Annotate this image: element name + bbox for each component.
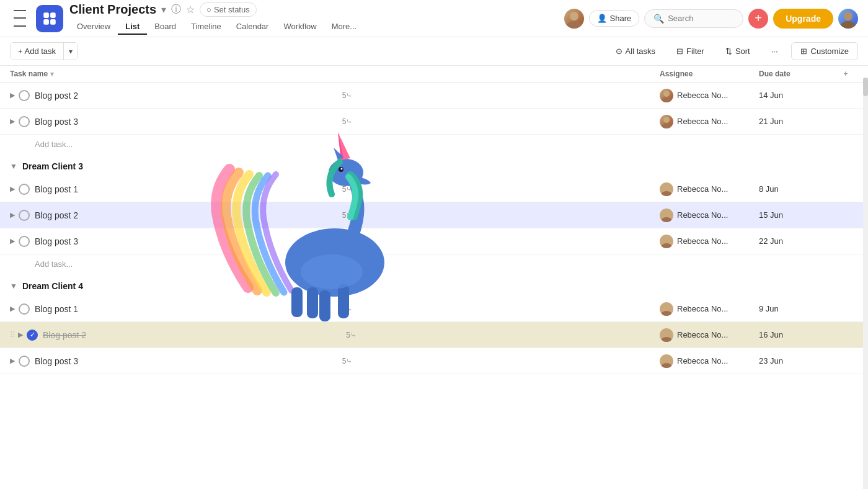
section-dream-client-3: ▼ Dream Client 3: [0, 154, 868, 176]
subtask-icon: ⤷: [346, 91, 352, 100]
tab-timeline[interactable]: Timeline: [184, 19, 229, 35]
set-status-label: Set status: [214, 5, 250, 14]
task-count: 5: [342, 237, 347, 246]
svg-point-12: [663, 184, 670, 191]
set-status-button[interactable]: ○ Set status: [200, 2, 257, 17]
col-assignee: Assignee: [660, 70, 759, 78]
task-checkbox[interactable]: [19, 116, 30, 127]
add-task-dropdown-arrow[interactable]: ▾: [64, 43, 78, 60]
add-task-button[interactable]: + Add task ▾: [10, 42, 78, 60]
due-date: 14 Jun: [759, 91, 833, 100]
task-name: Blog post 1: [35, 304, 342, 314]
expand-icon[interactable]: ▶: [10, 305, 15, 313]
menu-button[interactable]: [10, 9, 30, 29]
toolbar-right: ⊙ All tasks ⊟ Filter ⇅ Sort ··· ⊞ Custom…: [608, 42, 858, 60]
section-collapse-icon[interactable]: ▼: [10, 162, 17, 171]
avatar-main[interactable]: [564, 9, 584, 29]
customize-icon: ⊞: [800, 47, 807, 56]
expand-icon[interactable]: ▶: [10, 211, 15, 219]
sort-button[interactable]: ⇅ Sort: [717, 42, 758, 60]
filter-button[interactable]: ⊟ Filter: [668, 42, 712, 60]
section-collapse-icon[interactable]: ▼: [10, 282, 17, 290]
assignee-avatar: [660, 302, 673, 316]
expand-icon[interactable]: ▶: [10, 91, 15, 99]
scrollbar-thumb[interactable]: [863, 78, 868, 96]
circle-icon: ○: [206, 5, 211, 14]
task-count: 5: [342, 211, 347, 220]
nav-tabs: Overview List Board Timeline Calendar Wo…: [69, 19, 558, 35]
table-row: ▶ Blog post 2 5 ⤷ Rebecca No... 14 Jun: [0, 83, 868, 109]
table-row: ▶ Blog post 1 5 ⤷ Rebecca No... 9 Jun: [0, 296, 868, 322]
expand-icon[interactable]: ▶: [18, 331, 23, 339]
task-name: Blog post 3: [35, 236, 342, 246]
table-row: ▶ Blog post 3 5 ⤷ Rebecca No... 22 Jun: [0, 228, 868, 254]
tab-calendar[interactable]: Calendar: [229, 19, 277, 35]
share-button[interactable]: 👤 Share: [589, 10, 640, 27]
col-task-name: Task name ▾: [10, 70, 660, 78]
assignee-name: Rebecca No...: [677, 236, 728, 246]
sort-icon: ⇅: [725, 47, 732, 56]
col-add[interactable]: +: [833, 70, 858, 78]
assignee-name: Rebecca No...: [677, 184, 728, 194]
all-tasks-icon: ⊙: [616, 47, 622, 56]
svg-point-19: [661, 311, 672, 316]
tab-more[interactable]: More...: [324, 19, 364, 35]
sort-label: Sort: [735, 47, 750, 56]
more-options-button[interactable]: ···: [763, 42, 786, 60]
drag-handle[interactable]: ⠿: [10, 331, 16, 339]
svg-rect-2: [43, 19, 49, 25]
task-checkbox-done[interactable]: ✓: [27, 330, 38, 341]
expand-icon[interactable]: ▶: [10, 357, 15, 365]
task-count: 5: [342, 117, 347, 126]
add-task-label[interactable]: + Add task: [11, 43, 64, 60]
due-date: 8 Jun: [759, 184, 833, 194]
customize-button[interactable]: ⊞ Customize: [791, 42, 858, 60]
search-input[interactable]: [668, 14, 730, 23]
tab-overview[interactable]: Overview: [69, 19, 118, 35]
project-title-area: Client Projects ▾ ⓘ ☆ ○ Set status Overv…: [69, 2, 558, 35]
assignee-avatar: [660, 89, 673, 102]
add-task-inline-2[interactable]: Add task...: [0, 254, 868, 274]
assignee-name: Rebecca No...: [677, 330, 728, 339]
expand-icon[interactable]: ▶: [10, 237, 15, 245]
chevron-down-icon[interactable]: ▾: [161, 4, 166, 16]
task-checkbox[interactable]: [19, 356, 30, 367]
expand-icon[interactable]: ▶: [10, 117, 15, 125]
task-checkbox[interactable]: [19, 236, 30, 247]
svg-point-22: [663, 356, 670, 362]
task-list: ▶ Blog post 2 5 ⤷ Rebecca No... 14 Jun ▶…: [0, 83, 868, 489]
all-tasks-button[interactable]: ⊙ All tasks: [608, 42, 663, 60]
expand-icon[interactable]: ▶: [10, 185, 15, 193]
svg-point-21: [661, 337, 672, 342]
due-date: 23 Jun: [759, 356, 833, 366]
svg-point-17: [661, 243, 672, 248]
task-checkbox[interactable]: [19, 90, 30, 101]
task-checkbox[interactable]: [19, 184, 30, 195]
section-title: Dream Client 4: [22, 281, 83, 291]
search-box[interactable]: 🔍: [644, 9, 743, 28]
task-name: Blog post 2: [35, 91, 342, 101]
info-icon[interactable]: ⓘ: [171, 3, 181, 16]
table-row: ▶ Blog post 3 5 ⤷ Rebecca No... 21 Jun: [0, 109, 868, 135]
task-name: Blog post 1: [35, 184, 342, 194]
svg-point-4: [570, 12, 578, 20]
task-checkbox[interactable]: [19, 303, 30, 315]
due-date: 9 Jun: [759, 304, 833, 313]
share-label: Share: [610, 14, 632, 23]
assignee-name: Rebecca No...: [677, 304, 728, 313]
assignee-cell: Rebecca No...: [660, 354, 759, 368]
tab-list[interactable]: List: [118, 19, 147, 35]
task-checkbox[interactable]: [19, 210, 30, 221]
user-avatar[interactable]: [838, 9, 858, 29]
tab-board[interactable]: Board: [147, 19, 184, 35]
star-icon[interactable]: ☆: [186, 4, 195, 16]
add-button[interactable]: +: [748, 9, 768, 29]
tab-workflow[interactable]: Workflow: [276, 19, 324, 35]
add-task-inline[interactable]: Add task...: [0, 135, 868, 154]
app-icon: [36, 5, 63, 32]
svg-point-20: [663, 330, 670, 336]
table-row: ▶ Blog post 1 5 ⤷ Rebecca No... 8 Jun: [0, 176, 868, 202]
upgrade-button[interactable]: Upgrade: [773, 9, 833, 29]
svg-point-16: [663, 236, 670, 243]
svg-point-23: [661, 363, 672, 368]
